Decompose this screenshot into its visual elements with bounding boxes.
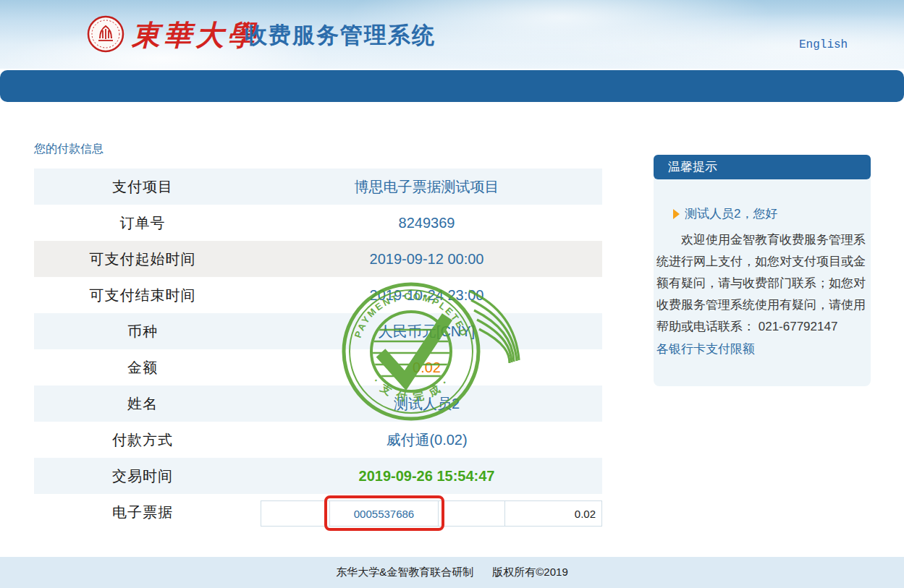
e-receipt-table: 0005537686 0.02 (261, 500, 602, 527)
row-payment-item: 支付项目 博思电子票据测试项目 (34, 169, 602, 205)
payment-info-table: 支付项目 博思电子票据测试项目 订单号 8249369 可支付起始时间 2019… (34, 169, 602, 530)
university-name: 東華大學 (132, 16, 259, 55)
footer-credit: 东华大学&金智教育联合研制 (336, 566, 473, 579)
row-label: 金额 (34, 358, 251, 378)
page-footer: 东华大学&金智教育联合研制 版权所有©2019 (0, 557, 904, 588)
row-name: 姓名 测试人员2 (34, 385, 602, 422)
row-value: 人民币元[CNY] (251, 322, 602, 341)
row-value-amount: 0.02 (251, 359, 602, 376)
e-receipt-empty-cell (438, 501, 504, 526)
row-label: 电子票据 (34, 503, 251, 522)
orange-arrow-icon (673, 209, 680, 219)
row-payment-method: 付款方式 威付通(0.02) (34, 422, 602, 458)
row-label: 姓名 (34, 394, 251, 414)
row-currency: 币种 人民币元[CNY] (34, 313, 602, 349)
nav-bar (0, 70, 904, 102)
page-header: 東華大學 收费服务管理系统 English (0, 0, 904, 69)
row-value: 博思电子票据测试项目 (251, 177, 602, 197)
row-label: 可支付结束时间 (34, 286, 251, 305)
row-pay-end-time: 可支付结束时间 2019-10-24 23:00 (34, 277, 602, 313)
university-seal-icon (87, 15, 124, 53)
row-value-transaction-time: 2019-09-26 15:54:47 (251, 468, 602, 485)
row-amount: 金额 0.02 (34, 349, 602, 385)
row-value: 威付通(0.02) (251, 430, 602, 450)
bank-card-limit-link[interactable]: 各银行卡支付限额 (656, 341, 755, 357)
row-value: 2019-10-24 23:00 (251, 287, 602, 304)
row-value: 2019-09-12 00:00 (251, 251, 602, 268)
row-label: 可支付起始时间 (34, 250, 251, 269)
row-label: 付款方式 (34, 430, 251, 450)
payment-result-page: 東華大學 收费服务管理系统 English 您的付款信息 支付项目 博思电子票据… (0, 0, 904, 588)
user-greeting: 测试人员2，您好 (654, 205, 871, 222)
welcome-message: 欢迎使用金智教育收费服务管理系统进行网上支付，如您对支付项目或金额有疑问，请与收… (656, 229, 868, 338)
tips-sidebar: 温馨提示 测试人员2，您好 欢迎使用金智教育收费服务管理系统进行网上支付，如您对… (654, 155, 871, 386)
tips-sidebar-title: 温馨提示 (654, 155, 871, 179)
e-receipt-number-link[interactable]: 0005537686 (329, 501, 438, 526)
row-label: 订单号 (34, 213, 251, 233)
e-receipt-amount: 0.02 (504, 501, 601, 526)
payment-section-title: 您的付款信息 (34, 142, 104, 157)
row-e-receipt: 电子票据 0005537686 0.02 (34, 494, 602, 530)
row-label: 币种 (34, 322, 251, 341)
row-pay-start-time: 可支付起始时间 2019-09-12 00:00 (34, 241, 602, 277)
footer-copyright: 版权所有©2019 (492, 566, 567, 579)
row-value: 测试人员2 (251, 394, 602, 414)
row-label: 交易时间 (34, 466, 251, 486)
e-receipt-empty-cell (261, 501, 329, 526)
row-value: 8249369 (251, 215, 602, 231)
row-label: 支付项目 (34, 177, 251, 197)
row-order-number: 订单号 8249369 (34, 205, 602, 241)
system-title: 收费服务管理系统 (245, 20, 436, 51)
user-greeting-text: 测试人员2，您好 (685, 205, 777, 222)
row-transaction-time: 交易时间 2019-09-26 15:54:47 (34, 458, 602, 494)
english-language-link[interactable]: English (799, 38, 848, 51)
